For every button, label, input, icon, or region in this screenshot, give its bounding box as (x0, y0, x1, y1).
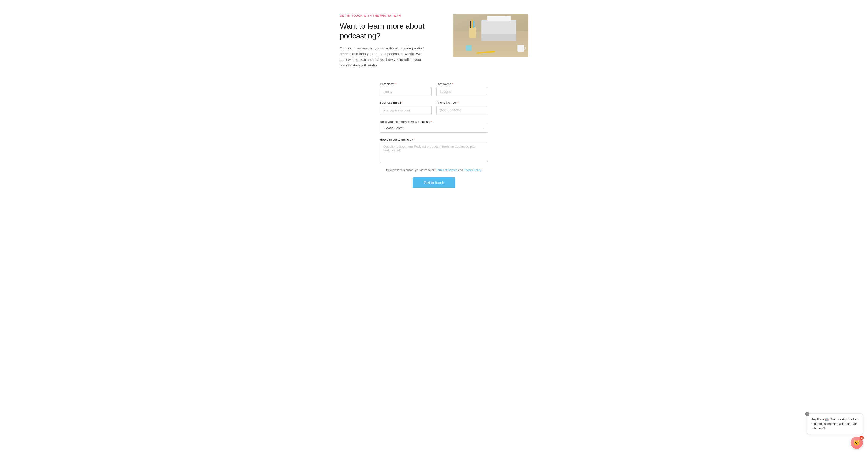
page-heading: Want to learn more about podcasting? (340, 21, 425, 41)
first-name-label: First Name* (380, 82, 432, 86)
contact-form: First Name* Last Name* Business Email* (380, 82, 488, 188)
phone-input[interactable] (436, 106, 488, 115)
page-description: Our team can answer your questions, prov… (340, 46, 425, 68)
terms-text: By clicking this button, you agree to ou… (380, 169, 488, 172)
podcast-select-wrapper: Please Select Yes No In Progress ⌄ (380, 124, 488, 133)
required-indicator: * (431, 120, 432, 123)
help-textarea[interactable] (380, 142, 488, 163)
required-indicator: * (452, 82, 453, 86)
podcast-group: Does your company have a podcast?* Pleas… (380, 119, 488, 133)
help-label: How can our team help?* (380, 138, 415, 141)
first-name-input[interactable] (380, 87, 432, 96)
phone-label: Phone Number* (436, 101, 488, 104)
privacy-policy-link[interactable]: Privacy Policy (464, 169, 481, 172)
last-name-label: Last Name* (436, 82, 488, 86)
chat-widget: × Hey there 🤖! Want to skip the form and… (807, 414, 863, 450)
name-row: First Name* Last Name* (380, 82, 488, 96)
email-label: Business Email* (380, 101, 432, 104)
podcast-label: Does your company have a podcast?* (380, 120, 432, 123)
phone-group: Phone Number* (436, 101, 488, 115)
notification-badge: 1 (860, 435, 864, 440)
required-indicator: * (395, 82, 397, 86)
podcast-select[interactable]: Please Select Yes No In Progress (380, 124, 488, 133)
chat-bubble: × Hey there 🤖! Want to skip the form and… (807, 414, 863, 434)
contact-row: Business Email* Phone Number* (380, 101, 488, 115)
last-name-group: Last Name* (436, 82, 488, 96)
help-group: How can our team help?* (380, 138, 488, 164)
chat-avatar-row: 🐱 1 (807, 436, 863, 449)
submit-button[interactable]: Get in touch (412, 177, 456, 188)
email-input[interactable] (380, 106, 432, 115)
required-indicator: * (457, 101, 459, 104)
chat-message: Hey there 🤖! Want to skip the form and b… (811, 418, 859, 430)
first-name-group: First Name* (380, 82, 432, 96)
terms-of-service-link[interactable]: Terms of Service (436, 169, 457, 172)
close-icon[interactable]: × (805, 412, 809, 416)
last-name-input[interactable] (436, 87, 488, 96)
eyebrow-label: GET IN TOUCH WITH THE WISTIA TEAM (340, 14, 425, 18)
avatar[interactable]: 🐱 1 (850, 436, 863, 449)
required-indicator: * (401, 101, 402, 104)
submit-wrapper: Get in touch (380, 177, 488, 188)
required-indicator: * (413, 138, 415, 141)
email-group: Business Email* (380, 101, 432, 115)
hero-image (453, 14, 528, 57)
